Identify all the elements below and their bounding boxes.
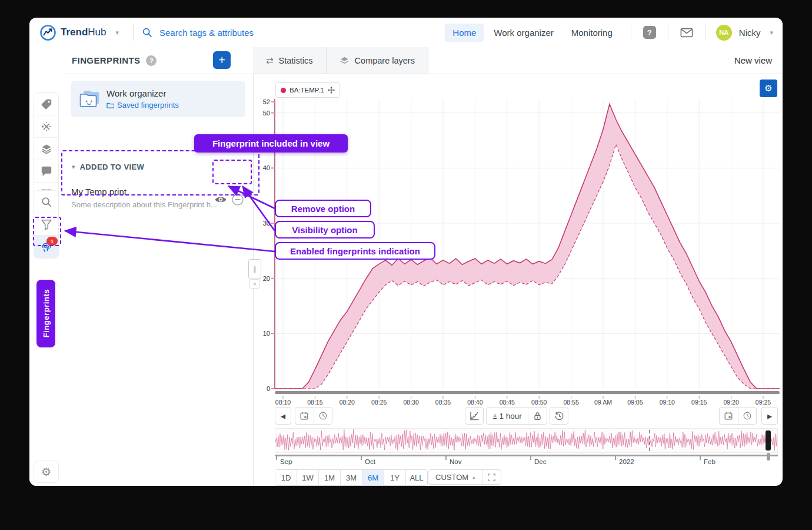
- svg-text:08:25: 08:25: [371, 399, 387, 406]
- fingerprints-tab[interactable]: Fingerprints: [36, 280, 55, 347]
- context-range-handle[interactable]: [766, 430, 771, 450]
- rail-group-bottom: 1: [34, 190, 59, 259]
- svg-text:08:15: 08:15: [307, 399, 322, 406]
- nav-tab-monitoring[interactable]: Monitoring: [564, 24, 620, 42]
- timeline-month-label: Feb: [704, 458, 716, 465]
- callout-visibility-option: Visibility option: [275, 221, 375, 238]
- fingerprint-item-description: Some description about this Fingerprint …: [71, 200, 217, 209]
- add-fingerprint-button[interactable]: +: [213, 51, 231, 69]
- user-menu-chevron-down-icon[interactable]: ▾: [770, 29, 773, 37]
- eye-icon: [214, 195, 227, 204]
- compare-mode-button[interactable]: [465, 407, 484, 425]
- time-offset-button[interactable]: ± 1 hour: [487, 408, 528, 424]
- help-icon: ?: [643, 26, 656, 39]
- timeline-tick: [615, 456, 616, 460]
- filter-panel-button[interactable]: [34, 213, 58, 236]
- svg-text:08:10: 08:10: [275, 399, 291, 406]
- panel-header: FINGERPRINTS ? +: [62, 47, 253, 74]
- rail-group-settings: ⚙: [34, 461, 59, 483]
- statistics-tab[interactable]: ⇄ Statistics: [253, 47, 327, 74]
- svg-text:09 AM: 09 AM: [594, 399, 612, 406]
- messages-button[interactable]: [679, 25, 694, 40]
- compare-layers-tab[interactable]: Compare layers: [327, 47, 428, 74]
- nav-tab-work-organizer[interactable]: Work organizer: [486, 24, 561, 42]
- settings-button[interactable]: ⚙: [34, 461, 58, 482]
- svg-text:08:50: 08:50: [531, 399, 547, 406]
- chart-settings-button[interactable]: ⚙: [760, 80, 777, 97]
- work-organizer-card[interactable]: Work organizer Saved fingerprints: [71, 81, 245, 117]
- range-button-all[interactable]: ALL: [406, 470, 427, 485]
- history-button[interactable]: [550, 407, 568, 425]
- custom-range-button[interactable]: CUSTOM ▴: [428, 470, 483, 484]
- svg-text:09:25: 09:25: [756, 399, 771, 406]
- start-time-button[interactable]: [314, 408, 332, 424]
- clock-icon: [318, 411, 328, 420]
- fingerprint-list-item[interactable]: My Temp print Some description about thi…: [62, 180, 253, 222]
- svg-text:08:20: 08:20: [340, 399, 355, 406]
- range-button-6m[interactable]: 6M: [362, 470, 384, 485]
- end-time-button[interactable]: [738, 408, 756, 424]
- brand-name: TrendHub: [61, 26, 106, 38]
- move-icon[interactable]: [328, 87, 335, 94]
- nav-tab-home[interactable]: Home: [445, 24, 484, 42]
- svg-text:30: 30: [263, 220, 270, 227]
- brand-chevron-down-icon[interactable]: ▾: [115, 29, 119, 37]
- y-axis-drag-handle[interactable]: ∥: [248, 259, 261, 279]
- remove-from-view-button[interactable]: [231, 193, 245, 207]
- minus-circle-icon: [231, 193, 244, 206]
- context-overview-strip[interactable]: [275, 428, 778, 453]
- pan-left-button[interactable]: ◂: [275, 407, 291, 425]
- pan-right-button[interactable]: ▸: [761, 407, 778, 425]
- lock-scales-button[interactable]: [528, 408, 547, 424]
- added-to-view-section[interactable]: ▾ ADDED TO VIEW: [72, 163, 144, 171]
- svg-text:08:35: 08:35: [435, 399, 451, 406]
- close-icon: ×: [253, 281, 257, 287]
- user-avatar[interactable]: NA: [716, 25, 732, 41]
- right-arrow-icon: ▸: [767, 410, 772, 422]
- left-arrow-icon: ◂: [281, 410, 285, 422]
- brand-logo[interactable]: TrendHub ▾: [29, 25, 119, 41]
- saved-fingerprints-link[interactable]: Saved fingerprints: [107, 101, 179, 110]
- formulas-panel-button[interactable]: [34, 115, 58, 138]
- gear-icon: ⚙: [41, 465, 51, 479]
- range-button-1w[interactable]: 1W: [297, 470, 319, 485]
- panel-help-icon[interactable]: ?: [146, 55, 157, 66]
- search-input[interactable]: [158, 27, 408, 38]
- timeline-month-label: Sep: [280, 458, 292, 465]
- top-navbar: TrendHub ▾ Home Work organizer Monitorin…: [29, 18, 783, 48]
- work-organizer-title: Work organizer: [107, 88, 179, 98]
- divider: [705, 24, 705, 41]
- timeline-tick: [276, 456, 277, 460]
- layers-panel-button[interactable]: [34, 138, 58, 160]
- trendhub-logo-icon: [40, 25, 56, 41]
- callout-enabled-indication: Enabled fingerprints indication: [275, 242, 435, 260]
- smiley-folder-icon: [78, 88, 102, 110]
- svg-text:52: 52: [263, 99, 270, 105]
- tag-chip[interactable]: BA:TEMP.1: [275, 82, 340, 98]
- clock-icon: [743, 411, 752, 420]
- timeline-tick: [445, 456, 447, 460]
- divider: [631, 24, 631, 41]
- svg-text:08:40: 08:40: [467, 399, 482, 406]
- range-button-1m[interactable]: 1M: [319, 470, 341, 485]
- y-axis-close-button[interactable]: ×: [249, 279, 260, 289]
- end-date-button[interactable]: [720, 408, 738, 424]
- visibility-toggle-button[interactable]: [214, 193, 228, 207]
- help-button[interactable]: ?: [642, 25, 657, 40]
- search-panel-button[interactable]: [34, 191, 58, 213]
- start-date-button[interactable]: [295, 408, 314, 424]
- timeline-month-label: Nov: [450, 458, 461, 465]
- range-button-1d[interactable]: 1D: [275, 470, 297, 485]
- tags-panel-button[interactable]: [34, 93, 58, 115]
- series-color-dot: [281, 88, 286, 93]
- fingerprints-panel-button[interactable]: 1: [34, 236, 58, 258]
- range-button-1y[interactable]: 1Y: [384, 470, 406, 485]
- tag-chip-label: BA:TEMP.1: [289, 87, 324, 94]
- context-handle-pin[interactable]: [767, 453, 770, 461]
- fit-view-button[interactable]: [483, 470, 501, 484]
- svg-text:09:20: 09:20: [723, 399, 738, 406]
- history-clock-icon: [554, 411, 564, 421]
- range-button-3m[interactable]: 3M: [341, 470, 362, 485]
- comments-panel-button[interactable]: [34, 160, 58, 183]
- tag-icon: [41, 98, 52, 110]
